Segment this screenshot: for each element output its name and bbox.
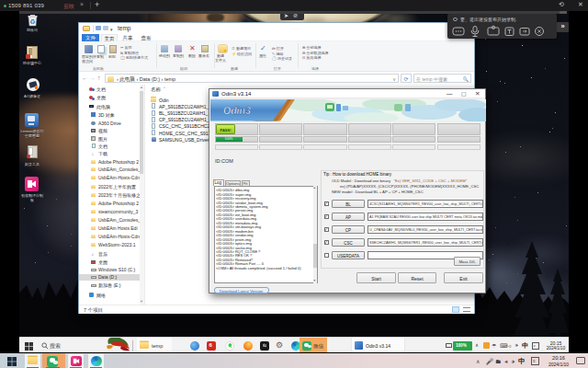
svg-text:♻: ♻ (29, 18, 35, 25)
svg-text:Odin3: Odin3 (223, 105, 251, 116)
